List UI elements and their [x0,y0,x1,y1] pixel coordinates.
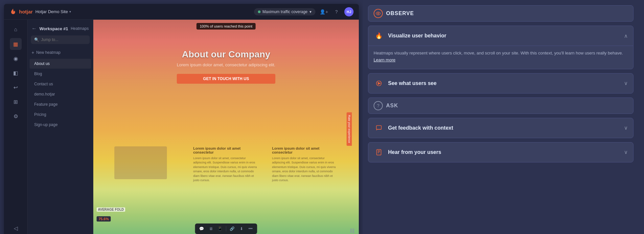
search-box[interactable]: 🔍 [31,35,90,44]
percentage-badge: 75.6% [97,216,111,222]
nav-item-about-us[interactable]: About us [30,59,91,69]
sidebar-bottom: ◁ [10,222,22,234]
nav-item-demo[interactable]: demo.hotjar [30,89,91,99]
content-area: 100% of users reached this point About o… [93,20,359,234]
avatar[interactable]: HJ [344,7,354,16]
accordion-header-see[interactable]: See what users see ∨ [368,74,633,93]
hotjar-logo[interactable]: hotjar [9,8,33,16]
site-selector[interactable]: Hotjar Demo Site ▾ [35,9,71,14]
accordion-card-hear: Hear from your users ∨ [368,142,633,162]
rate-experience-tab[interactable]: Rate your experience [347,112,352,146]
sidebar-recordings-icon[interactable]: ◉ [10,53,22,64]
plus-icon: + [32,50,34,55]
sidebar-surveys-icon[interactable]: ↩ [10,81,22,93]
content-block-title-2: Lorem ipsum dolor sit amet consectetur [272,146,338,154]
accordion-header-feedback[interactable]: Get feedback with context ∨ [368,118,633,138]
left-nav: ← Workspace #1 Heatmaps 🔍 + New heatmap … [28,20,93,234]
nav-item-feature[interactable]: Feature page [30,99,91,109]
top-bar: hotjar Hotjar Demo Site ▾ Maximum traffi… [4,4,359,20]
feedback-icon [374,123,384,133]
toolbar-separator [226,226,226,231]
sidebar-feedback-icon[interactable]: ◧ [10,67,22,79]
traffic-badge[interactable]: Maximum traffic coverage ▾ [254,8,315,15]
sidebar-home-icon[interactable]: ⌂ [10,24,22,35]
nav-item-contact[interactable]: Contact us [30,79,91,89]
hotjar-flame-icon [9,8,17,16]
logo-area: hotjar Hotjar Demo Site ▾ [9,8,71,16]
add-user-icon[interactable]: 👤+ [319,7,329,16]
chevron-down-icon-see: ∨ [624,80,628,86]
sidebar-heatmaps2-icon[interactable]: ⊞ [10,96,22,108]
accordion-header-left-see: See what users see [374,78,437,89]
svg-rect-2 [377,149,381,155]
ask-question-icon: ? [374,101,383,110]
website-cta-button: GET IN TOUCH WITH US [177,74,275,84]
observe-tab[interactable]: OBSERVE [368,5,633,22]
section-label: Heatmaps [71,26,89,31]
sidebar-settings-icon[interactable]: ⚙ [10,110,22,122]
top-bar-right: Maximum traffic coverage ▾ 👤+ ? HJ [254,7,354,16]
website-title: About our Company [177,49,275,60]
main-content: ⌂ ▦ ◉ ◧ ↩ ⊞ ⚙ ◁ ← Workspace #1 Heatmaps … [4,20,359,234]
website-subtitle: Lorem ipsum dolor amet, consectetur adip… [177,62,275,67]
toolbar-more-icon[interactable]: ••• [247,225,255,233]
heatmap-container: 100% of users reached this point About o… [93,20,359,234]
content-block-2: Lorem ipsum dolor sit amet consectetur L… [272,146,338,231]
site-chevron-icon: ▾ [69,10,71,13]
content-block-text-1: Lorem ipsum dolor sit amet, consectetur … [193,156,259,183]
traffic-chevron-icon: ▾ [310,10,311,14]
nav-item-pricing[interactable]: Pricing [30,110,91,119]
sidebar-heatmaps-icon[interactable]: ▦ [10,38,22,50]
back-icon[interactable]: ← [32,26,37,32]
sidebar-collapse-icon[interactable]: ◁ [10,222,22,234]
play-icon [374,78,384,89]
website-below-fold: Lorem ipsum dolor sit amet consectetur L… [93,140,359,234]
accordion-card-feedback: Get feedback with context ∨ [368,118,633,138]
new-heatmap-label: New heatmap [36,50,60,55]
learn-more-link[interactable]: Learn more [374,57,395,62]
accordion-header-left-hear: Hear from your users [374,147,441,158]
toolbar-download-icon[interactable]: ⬇ [238,225,245,233]
toolbar-comment-icon[interactable]: 💬 [198,225,206,233]
nav-header: ← Workspace #1 Heatmaps [28,24,93,35]
traffic-status-dot [258,11,261,13]
nav-item-signup[interactable]: Sign-up page [30,120,91,130]
svg-point-0 [378,13,379,14]
accordion-body-visualize: Heatmaps visually represent where users … [368,46,633,69]
nav-item-blog[interactable]: Blog [30,69,91,79]
accordion-header-left-visualize: 🔥 Visualize user behavior [374,31,447,41]
toolbar-link-icon[interactable]: 🔗 [228,225,236,233]
chevron-down-icon-feedback: ∨ [624,125,628,131]
toolbar-mobile-icon[interactable]: 📱 [216,225,224,233]
content-block-text-2: Lorem ipsum dolor sit amet, consectetur … [272,156,338,183]
average-fold-label: AVERAGE FOLD [97,207,125,212]
content-block-title-1: Lorem ipsum dolor sit amet consectetur [193,146,259,154]
chevron-up-icon-visualize: ∧ [624,33,628,39]
svg-rect-1 [377,125,381,129]
logo-text: hotjar [19,9,33,14]
accordion-header-visualize[interactable]: 🔥 Visualize user behavior ∧ [368,26,633,46]
accordion-card-see: See what users see ∨ [368,73,633,94]
right-panel: OBSERVE 🔥 Visualize user behavior ∧ Heat… [363,0,639,234]
accordion-header-hear[interactable]: Hear from your users ∨ [368,142,633,162]
search-icon: 🔍 [34,37,39,42]
chevron-down-icon-hear: ∨ [624,149,628,155]
ask-tab[interactable]: ? ASK [368,97,633,114]
observe-label: OBSERVE [386,11,414,16]
search-input[interactable] [41,37,86,42]
external-link-icon[interactable]: ⛓ [350,228,355,234]
heatmap-toolbar: 💬 🖥 📱 🔗 ⬇ ••• [195,223,257,234]
app-panel: hotjar Hotjar Demo Site ▾ Maximum traffi… [4,4,359,234]
accordion-card-visualize: 🔥 Visualize user behavior ∧ Heatmaps vis… [368,26,633,69]
help-icon[interactable]: ? [332,7,341,16]
accordion-title-hear: Hear from your users [388,149,441,155]
sidebar: ⌂ ▦ ◉ ◧ ↩ ⊞ ⚙ ◁ [4,20,28,234]
content-block-1: Lorem ipsum dolor sit amet consectetur L… [193,146,259,231]
traffic-label: Maximum traffic coverage [263,10,308,14]
survey-icon [374,147,384,158]
accordion-header-left-feedback: Get feedback with context [374,123,453,133]
fire-icon: 🔥 [374,31,384,41]
new-heatmap-button[interactable]: + New heatmap [28,48,93,58]
observe-eye-icon [374,9,383,18]
toolbar-desktop-icon[interactable]: 🖥 [207,225,215,233]
